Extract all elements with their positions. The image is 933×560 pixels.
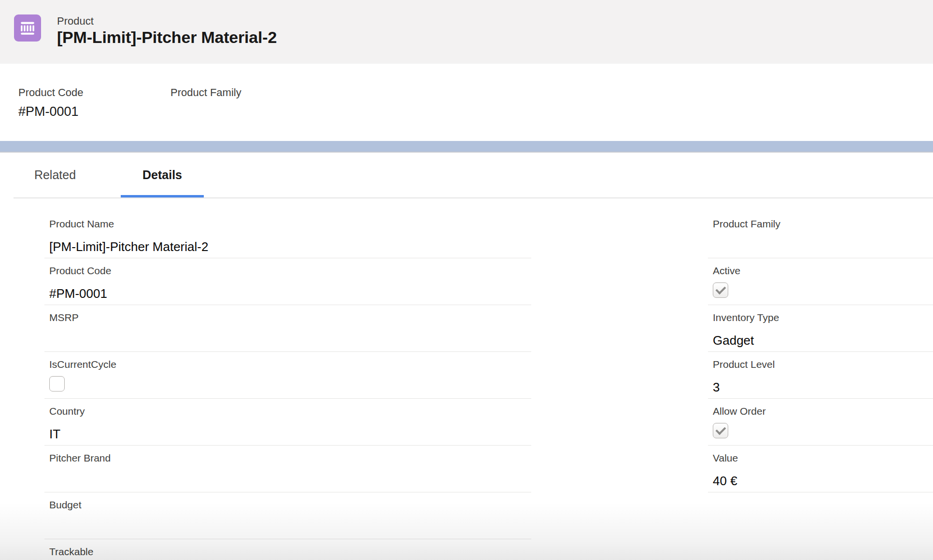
field-label: Budget xyxy=(49,499,531,511)
entity-label: Product xyxy=(57,14,277,28)
field-iscurrentcycle: IsCurrentCycle xyxy=(44,352,531,399)
field-country: Country IT xyxy=(44,399,531,446)
highlight-product-code: Product Code #PM-0001 xyxy=(18,86,170,141)
field-value: 3 xyxy=(713,379,933,395)
field-label: Country xyxy=(49,405,531,417)
details-right-column: Product Family Active Inventory Type Gad… xyxy=(708,211,933,492)
field-label: IsCurrentCycle xyxy=(49,358,531,370)
field-value xyxy=(713,239,933,255)
checkbox-checked-active[interactable] xyxy=(713,282,728,298)
highlight-product-family: Product Family xyxy=(170,86,241,141)
field-product-name: Product Name [PM-Limit]-Pitcher Material… xyxy=(44,211,531,258)
field-value: 40 € xyxy=(713,473,933,489)
tab-related[interactable]: Related xyxy=(14,153,97,197)
details-left-column: Product Name [PM-Limit]-Pitcher Material… xyxy=(44,211,531,560)
field-value: [PM-Limit]-Pitcher Material-2 xyxy=(49,239,531,255)
field-product-family: Product Family xyxy=(708,211,933,258)
field-product-level: Product Level 3 xyxy=(708,352,933,399)
product-record-page: Product [PM-Limit]-Pitcher Material-2 Pr… xyxy=(0,0,933,560)
checkbox-unchecked-iscurrentcycle[interactable] xyxy=(49,376,65,392)
product-icon xyxy=(14,14,41,42)
field-active: Active xyxy=(708,258,933,305)
field-value: Gadget xyxy=(713,333,933,349)
field-value: #PM-0001 xyxy=(49,286,531,302)
field-value xyxy=(49,473,531,489)
field-allow-order: Allow Order xyxy=(708,399,933,446)
field-label: Product Level xyxy=(713,358,933,370)
checkbox-checked-allow-order[interactable] xyxy=(713,423,728,438)
tab-details[interactable]: Details xyxy=(121,153,204,197)
highlight-label: Product Family xyxy=(170,86,241,99)
field-label: Value xyxy=(713,452,933,464)
field-label: MSRP xyxy=(49,311,531,323)
field-value xyxy=(713,282,933,302)
field-label: Pitcher Brand xyxy=(49,452,531,464)
field-label: Product Code xyxy=(49,265,531,277)
field-value xyxy=(49,520,531,536)
field-trackable: Trackable xyxy=(44,539,531,560)
field-label: Trackable xyxy=(49,546,531,558)
field-value: IT xyxy=(49,426,531,442)
field-value xyxy=(49,376,531,395)
field-label: Allow Order xyxy=(713,405,933,417)
highlight-value: #PM-0001 xyxy=(18,104,170,120)
section-divider-bar xyxy=(0,141,933,153)
highlights-panel: Product Code #PM-0001 Product Family xyxy=(0,64,933,141)
details-panel: Product Name [PM-Limit]-Pitcher Material… xyxy=(0,198,933,560)
record-header: Product [PM-Limit]-Pitcher Material-2 xyxy=(0,0,933,64)
field-label: Product Name xyxy=(49,218,531,230)
field-pitcher-brand: Pitcher Brand xyxy=(44,446,531,492)
field-label: Product Family xyxy=(713,218,933,230)
header-titles: Product [PM-Limit]-Pitcher Material-2 xyxy=(57,14,277,47)
field-inventory-type: Inventory Type Gadget xyxy=(708,305,933,352)
field-value xyxy=(49,333,531,349)
field-label: Active xyxy=(713,265,933,277)
field-budget: Budget xyxy=(44,492,531,539)
field-product-code: Product Code #PM-0001 xyxy=(44,258,531,305)
field-value xyxy=(49,558,531,560)
record-title: [PM-Limit]-Pitcher Material-2 xyxy=(57,28,277,47)
highlight-value xyxy=(170,104,241,120)
field-value xyxy=(713,423,933,442)
field-label: Inventory Type xyxy=(713,311,933,323)
field-value: Value 40 € xyxy=(708,446,933,492)
highlight-label: Product Code xyxy=(18,86,170,99)
tab-bar: Related Details xyxy=(14,153,933,198)
field-msrp: MSRP xyxy=(44,305,531,352)
